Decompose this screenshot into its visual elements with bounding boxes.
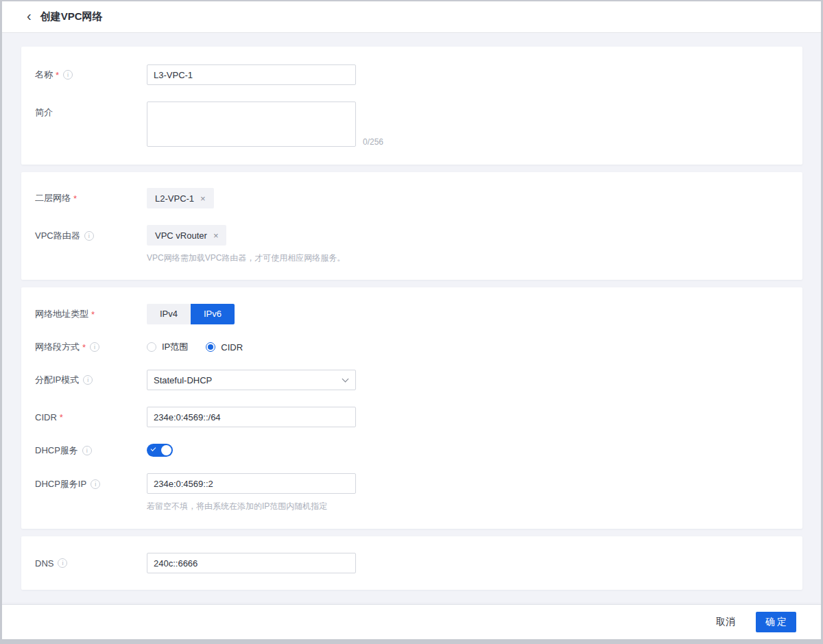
confirm-button[interactable]: 确定 xyxy=(756,612,796,632)
description-label-text: 简介 xyxy=(35,106,53,119)
cancel-button[interactable]: 取消 xyxy=(712,615,739,629)
dhcp-ip-label-text: DHCP服务IP xyxy=(35,478,86,490)
segment-mode-row: 网络段方式 * IP范围 CIDR xyxy=(35,341,789,353)
info-icon[interactable] xyxy=(84,231,94,241)
char-counter: 0/256 xyxy=(363,137,383,147)
vpc-router-hint: VPC网络需加载VPC路由器，才可使用相应网络服务。 xyxy=(147,252,345,264)
dhcp-ip-row: DHCP服务IP 若留空不填，将由系统在添加的IP范围内随机指定 xyxy=(35,473,789,512)
ip-alloc-mode-value: Stateful-DHCP xyxy=(154,375,212,385)
section-addressing: 网络地址类型 * IPv4 IPv6 网络段方式 * IP范围 xyxy=(21,287,802,529)
dhcp-service-toggle[interactable] xyxy=(147,444,173,457)
dhcp-ip-label: DHCP服务IP xyxy=(35,473,147,490)
radio-checked-icon xyxy=(206,342,215,352)
name-label-text: 名称 xyxy=(35,69,53,81)
required-mark: * xyxy=(60,412,63,422)
dns-input[interactable] xyxy=(147,553,356,573)
cidr-radio[interactable]: CIDR xyxy=(206,342,243,353)
info-icon[interactable] xyxy=(91,479,100,489)
ip-alloc-mode-row: 分配IP模式 Stateful-DHCP xyxy=(35,370,789,390)
address-type-row: 网络地址类型 * IPv4 IPv6 xyxy=(35,304,789,324)
l2-network-label: 二层网络 * xyxy=(35,192,147,204)
dhcp-ip-control: 若留空不填，将由系统在添加的IP范围内随机指定 xyxy=(147,473,356,512)
info-icon[interactable] xyxy=(90,342,99,352)
required-mark: * xyxy=(56,70,59,80)
vpc-router-row: VPC路由器 VPC vRouter × VPC网络需加载VPC路由器，才可使用… xyxy=(35,225,789,264)
ip-range-radio-label: IP范围 xyxy=(162,341,188,353)
remove-tag-icon[interactable]: × xyxy=(200,193,206,204)
create-vpc-network-panel: ‹ 创建VPC网络 名称 * 简介 0/256 xyxy=(0,0,823,644)
segment-mode-label-text: 网络段方式 xyxy=(35,341,80,353)
cidr-row: CIDR * xyxy=(35,407,789,427)
info-icon[interactable] xyxy=(83,375,93,385)
name-row: 名称 * xyxy=(35,64,789,85)
l2-network-label-text: 二层网络 xyxy=(35,192,71,204)
dhcp-service-label: DHCP服务 xyxy=(35,444,147,457)
dns-label-text: DNS xyxy=(35,558,53,569)
remove-tag-icon[interactable]: × xyxy=(213,230,219,241)
toggle-knob xyxy=(161,445,171,455)
ip-alloc-mode-label: 分配IP模式 xyxy=(35,374,147,386)
dhcp-ip-hint: 若留空不填，将由系统在添加的IP范围内随机指定 xyxy=(147,501,356,512)
dhcp-service-row: DHCP服务 xyxy=(35,444,789,457)
check-icon xyxy=(151,446,156,451)
back-icon: ‹ xyxy=(27,9,32,23)
dns-row: DNS xyxy=(35,553,789,573)
ipv4-option-button[interactable]: IPv4 xyxy=(147,304,191,324)
form-body: 名称 * 简介 0/256 二层网络 * xyxy=(2,33,821,604)
cidr-input[interactable] xyxy=(147,407,356,427)
dhcp-service-label-text: DHCP服务 xyxy=(35,444,78,457)
page-header: ‹ 创建VPC网络 xyxy=(2,1,821,33)
description-textarea[interactable] xyxy=(147,102,356,147)
vpc-router-tag[interactable]: VPC vRouter × xyxy=(147,225,226,246)
l2-network-tag[interactable]: L2-VPC-1 × xyxy=(147,188,214,208)
description-row: 简介 0/256 xyxy=(35,102,789,147)
section-basic-info: 名称 * 简介 0/256 xyxy=(21,47,802,165)
action-footer: 取消 确定 xyxy=(2,604,821,639)
ip-alloc-mode-label-text: 分配IP模式 xyxy=(35,374,79,386)
chevron-down-icon xyxy=(342,375,349,382)
vpc-router-control: VPC vRouter × VPC网络需加载VPC路由器，才可使用相应网络服务。 xyxy=(147,225,345,264)
cidr-label-text: CIDR xyxy=(35,412,57,422)
ip-alloc-mode-select[interactable]: Stateful-DHCP xyxy=(147,370,356,390)
info-icon[interactable] xyxy=(63,70,73,80)
required-mark: * xyxy=(82,342,86,353)
dns-label: DNS xyxy=(35,558,147,569)
description-label: 简介 xyxy=(35,102,147,119)
back-button[interactable]: ‹ xyxy=(27,10,32,24)
address-type-label-text: 网络地址类型 xyxy=(35,308,88,320)
page-title: 创建VPC网络 xyxy=(40,10,103,23)
segment-mode-radios: IP范围 CIDR xyxy=(147,341,261,353)
ipv6-option-button[interactable]: IPv6 xyxy=(191,304,235,324)
name-input[interactable] xyxy=(147,64,356,85)
required-mark: * xyxy=(91,309,95,320)
radio-unchecked-icon xyxy=(147,342,156,352)
address-type-segmented: IPv4 IPv6 xyxy=(147,304,235,324)
dhcp-ip-input[interactable] xyxy=(147,473,356,494)
section-network-binding: 二层网络 * L2-VPC-1 × VPC路由器 VPC vRouter × xyxy=(21,172,802,280)
address-type-label: 网络地址类型 * xyxy=(35,308,147,320)
cidr-label: CIDR * xyxy=(35,412,147,422)
vpc-router-label: VPC路由器 xyxy=(35,225,147,242)
section-dns: DNS xyxy=(21,536,802,590)
info-icon[interactable] xyxy=(82,446,92,455)
vpc-router-tag-text: VPC vRouter xyxy=(155,230,207,241)
required-mark: * xyxy=(73,193,77,204)
name-label: 名称 * xyxy=(35,69,147,81)
ip-range-radio[interactable]: IP范围 xyxy=(147,341,188,353)
vpc-router-label-text: VPC路由器 xyxy=(35,230,80,242)
segment-mode-label: 网络段方式 * xyxy=(35,341,147,353)
cidr-radio-label: CIDR xyxy=(221,342,243,353)
info-icon[interactable] xyxy=(58,558,67,568)
l2-network-row: 二层网络 * L2-VPC-1 × xyxy=(35,188,789,208)
l2-network-tag-text: L2-VPC-1 xyxy=(155,193,194,204)
